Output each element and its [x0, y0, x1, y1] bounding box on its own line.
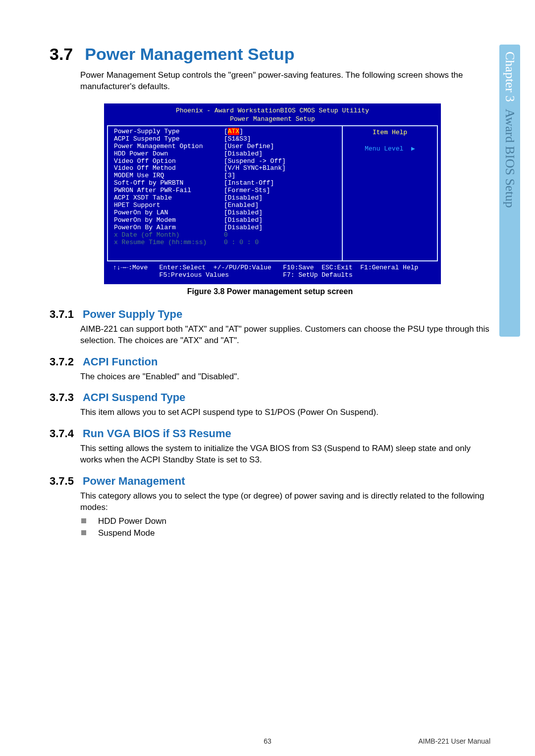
section-intro: Power Management Setup controls the "gre… [80, 70, 490, 93]
bios-row-value: [Instant-Off] [224, 180, 274, 187]
subsection-body: This item allows you to set ACPI suspend… [80, 407, 490, 418]
figure-caption: Figure 3.8 Power management setup screen [50, 287, 490, 296]
bios-row-value: [Former-Sts] [224, 187, 270, 195]
subsection-heading: 3.7.5Power Management [50, 475, 490, 488]
list-item: Suspend Mode [80, 527, 490, 539]
bios-row-label: Power-Supply Type [114, 128, 224, 136]
bios-row-value: [User Define] [224, 143, 274, 151]
subsection-heading: 3.7.4Run VGA BIOS if S3 Resume [50, 427, 490, 440]
bios-row-value: [Disabled] [224, 195, 263, 202]
bios-menu-level: Menu Level ▶ [348, 146, 432, 153]
bios-row-value: [Disabled] [224, 209, 263, 217]
manual-name: AIMB-221 User Manual [418, 737, 490, 745]
section-number: 3.7 [50, 45, 73, 63]
bios-row-label: PowerOn by Modem [114, 217, 224, 224]
bios-row-label: Soft-Off by PWRBTN [114, 180, 224, 187]
bios-row-label: Video Off Option [114, 158, 224, 165]
page-number: 63 [264, 737, 271, 745]
bios-row-label: ACPI Suspend Type [114, 136, 224, 143]
subsection-body: This setting allows the system to initia… [80, 443, 490, 466]
bios-row-value: 0 : 0 : 0 [224, 239, 259, 247]
subsection-heading: 3.7.2ACPI Function [50, 355, 490, 368]
bios-row-value: [Disabled] [224, 151, 263, 158]
subsection-heading: 3.7.1Power Supply Type [50, 308, 490, 321]
bios-right-panel: Item Help Menu Level ▶ [343, 126, 437, 260]
bios-item-help: Item Help [348, 129, 432, 137]
bios-row-label: PowerOn By Alarm [114, 224, 224, 232]
section-heading: 3.7Power Management Setup [50, 45, 490, 64]
bios-row-value: 0 [224, 232, 228, 239]
bios-footer-line2: F5:Previous Values F7: SetUp Defaults [113, 272, 432, 279]
triangle-right-icon: ▶ [411, 145, 415, 152]
bios-row-label: HDD Power Down [114, 151, 224, 158]
bios-row-value: [V/H SYNC+Blank] [224, 165, 286, 172]
subsection-body: This category allows you to select the t… [80, 491, 490, 513]
list-item: HDD Power Down [80, 515, 490, 527]
section-title: Power Management Setup [85, 45, 294, 63]
subsection-heading: 3.7.3ACPI Suspend Type [50, 391, 490, 404]
bios-row-value: [Suspend -> Off] [224, 158, 286, 165]
subsection-body: AIMB-221 can support both "ATX" and "AT"… [80, 324, 490, 347]
bios-title-2: Power Management Setup [107, 115, 438, 123]
bios-row-value: [Disabled] [224, 224, 263, 232]
bios-row-value: [S1&S3] [224, 136, 251, 143]
bios-row-value: [ATX] [224, 128, 243, 136]
bios-row-label: MODEM Use IRQ [114, 172, 224, 180]
bios-screenshot: Phoenix - Award WorkstationBIOS CMOS Set… [104, 103, 441, 284]
bios-footer-line1: ↑↓→←:Move Enter:Select +/-/PU/PD:Value F… [113, 264, 432, 272]
bios-row-label: ACPI XSDT Table [114, 195, 224, 202]
bios-row-label: PWRON After PWR-Fail [114, 187, 224, 195]
bios-row-label: x Date (of Month) [114, 232, 224, 239]
bios-row-value: [3] [224, 172, 235, 180]
bios-title-1: Phoenix - Award WorkstationBIOS CMOS Set… [107, 106, 438, 115]
bullet-list: HDD Power Down Suspend Mode [80, 515, 490, 539]
bios-row-label: Video Off Method [114, 165, 224, 172]
bios-row-label: Power Management Option [114, 143, 224, 151]
subsection-body: The choices are "Enabled" and "Disabled"… [80, 371, 490, 383]
bios-row-label: PowerOn by LAN [114, 209, 224, 217]
bios-row-value: [Disabled] [224, 217, 263, 224]
bios-footer: ↑↓→←:Move Enter:Select +/-/PU/PD:Value F… [107, 261, 438, 281]
bios-row-label: HPET Support [114, 202, 224, 209]
bios-row-value: [Enabled] [224, 202, 259, 209]
bios-left-panel: Power-Supply Type[ATX] ACPI Suspend Type… [108, 126, 343, 260]
bios-row-label: x Resume Time (hh:mm:ss) [114, 239, 224, 247]
